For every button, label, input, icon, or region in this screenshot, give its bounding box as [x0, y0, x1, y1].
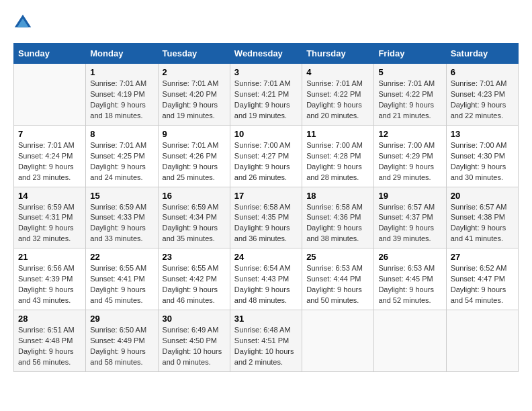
day-number: 24	[234, 252, 298, 262]
day-content: Sunrise: 6:51 AMSunset: 4:48 PMDaylight:…	[18, 325, 81, 368]
day-number: 10	[234, 129, 298, 139]
weekday-header: Sunday	[14, 44, 86, 64]
day-number: 7	[18, 129, 81, 139]
day-content: Sunrise: 6:59 AMSunset: 4:34 PMDaylight:…	[163, 202, 226, 245]
day-number: 1	[90, 67, 153, 77]
day-content: Sunrise: 6:49 AMSunset: 4:50 PMDaylight:…	[163, 325, 226, 368]
calendar-cell: 23Sunrise: 6:55 AMSunset: 4:42 PMDayligh…	[158, 248, 230, 310]
calendar-cell: 15Sunrise: 6:59 AMSunset: 4:33 PMDayligh…	[86, 187, 158, 248]
calendar-cell: 7Sunrise: 7:01 AMSunset: 4:24 PMDaylight…	[14, 125, 86, 187]
calendar-cell: 30Sunrise: 6:49 AMSunset: 4:50 PMDayligh…	[158, 310, 230, 372]
day-content: Sunrise: 7:01 AMSunset: 4:25 PMDaylight:…	[90, 140, 153, 183]
day-content: Sunrise: 7:01 AMSunset: 4:26 PMDaylight:…	[163, 140, 226, 183]
day-content: Sunrise: 7:00 AMSunset: 4:29 PMDaylight:…	[378, 140, 441, 183]
day-number: 14	[18, 191, 81, 201]
day-number: 29	[90, 314, 153, 324]
day-number: 17	[234, 191, 298, 201]
logo-icon	[13, 13, 32, 32]
page-header	[13, 13, 519, 32]
calendar-cell: 12Sunrise: 7:00 AMSunset: 4:29 PMDayligh…	[374, 125, 446, 187]
day-number: 4	[306, 67, 369, 77]
weekday-header: Saturday	[446, 44, 518, 64]
calendar-cell: 9Sunrise: 7:01 AMSunset: 4:26 PMDaylight…	[158, 125, 230, 187]
day-number: 21	[18, 252, 81, 262]
day-number: 11	[306, 129, 369, 139]
day-content: Sunrise: 6:52 AMSunset: 4:47 PMDaylight:…	[451, 263, 514, 306]
calendar-cell: 19Sunrise: 6:57 AMSunset: 4:37 PMDayligh…	[374, 187, 446, 248]
day-content: Sunrise: 7:01 AMSunset: 4:24 PMDaylight:…	[18, 140, 81, 183]
day-content: Sunrise: 6:55 AMSunset: 4:41 PMDaylight:…	[90, 263, 153, 306]
day-number: 3	[234, 67, 298, 77]
weekday-header: Thursday	[302, 44, 374, 64]
day-content: Sunrise: 7:01 AMSunset: 4:22 PMDaylight:…	[378, 79, 441, 122]
calendar-cell	[374, 310, 446, 372]
calendar-cell: 4Sunrise: 7:01 AMSunset: 4:22 PMDaylight…	[302, 64, 374, 126]
calendar-cell: 31Sunrise: 6:48 AMSunset: 4:51 PMDayligh…	[230, 310, 302, 372]
calendar-cell: 27Sunrise: 6:52 AMSunset: 4:47 PMDayligh…	[446, 248, 518, 310]
day-content: Sunrise: 7:01 AMSunset: 4:22 PMDaylight:…	[306, 79, 369, 122]
day-number: 15	[90, 191, 153, 201]
day-content: Sunrise: 7:00 AMSunset: 4:27 PMDaylight:…	[234, 140, 298, 183]
day-content: Sunrise: 7:01 AMSunset: 4:19 PMDaylight:…	[90, 79, 153, 122]
weekday-header: Monday	[86, 44, 158, 64]
calendar-cell: 8Sunrise: 7:01 AMSunset: 4:25 PMDaylight…	[86, 125, 158, 187]
calendar-cell: 1Sunrise: 7:01 AMSunset: 4:19 PMDaylight…	[86, 64, 158, 126]
day-number: 31	[234, 314, 298, 324]
day-content: Sunrise: 6:57 AMSunset: 4:37 PMDaylight:…	[378, 202, 441, 245]
weekday-header: Tuesday	[158, 44, 230, 64]
calendar-cell: 29Sunrise: 6:50 AMSunset: 4:49 PMDayligh…	[86, 310, 158, 372]
day-number: 18	[306, 191, 369, 201]
calendar-cell: 11Sunrise: 7:00 AMSunset: 4:28 PMDayligh…	[302, 125, 374, 187]
day-number: 20	[451, 191, 514, 201]
day-content: Sunrise: 6:58 AMSunset: 4:36 PMDaylight:…	[306, 202, 369, 245]
day-number: 30	[163, 314, 226, 324]
day-content: Sunrise: 7:01 AMSunset: 4:20 PMDaylight:…	[163, 79, 226, 122]
day-content: Sunrise: 7:00 AMSunset: 4:30 PMDaylight:…	[451, 140, 514, 183]
day-number: 12	[378, 129, 441, 139]
calendar-cell: 5Sunrise: 7:01 AMSunset: 4:22 PMDaylight…	[374, 64, 446, 126]
calendar-cell: 20Sunrise: 6:57 AMSunset: 4:38 PMDayligh…	[446, 187, 518, 248]
day-number: 2	[163, 67, 226, 77]
day-number: 23	[163, 252, 226, 262]
calendar-cell: 3Sunrise: 7:01 AMSunset: 4:21 PMDaylight…	[230, 64, 302, 126]
calendar-week-row: 14Sunrise: 6:59 AMSunset: 4:31 PMDayligh…	[14, 187, 519, 248]
calendar-cell: 17Sunrise: 6:58 AMSunset: 4:35 PMDayligh…	[230, 187, 302, 248]
day-number: 16	[163, 191, 226, 201]
day-content: Sunrise: 6:55 AMSunset: 4:42 PMDaylight:…	[163, 263, 226, 306]
day-content: Sunrise: 7:00 AMSunset: 4:28 PMDaylight:…	[306, 140, 369, 183]
calendar-cell: 6Sunrise: 7:01 AMSunset: 4:23 PMDaylight…	[446, 64, 518, 126]
day-number: 13	[451, 129, 514, 139]
day-content: Sunrise: 7:01 AMSunset: 4:23 PMDaylight:…	[451, 79, 514, 122]
calendar-week-row: 7Sunrise: 7:01 AMSunset: 4:24 PMDaylight…	[14, 125, 519, 187]
calendar-cell: 16Sunrise: 6:59 AMSunset: 4:34 PMDayligh…	[158, 187, 230, 248]
calendar-cell: 10Sunrise: 7:00 AMSunset: 4:27 PMDayligh…	[230, 125, 302, 187]
day-content: Sunrise: 6:57 AMSunset: 4:38 PMDaylight:…	[451, 202, 514, 245]
day-number: 26	[378, 252, 441, 262]
day-content: Sunrise: 6:54 AMSunset: 4:43 PMDaylight:…	[234, 263, 298, 306]
day-number: 28	[18, 314, 81, 324]
day-content: Sunrise: 6:59 AMSunset: 4:33 PMDaylight:…	[90, 202, 153, 245]
day-content: Sunrise: 6:59 AMSunset: 4:31 PMDaylight:…	[18, 202, 81, 245]
calendar-header-row: SundayMondayTuesdayWednesdayThursdayFrid…	[14, 44, 519, 64]
calendar-cell: 24Sunrise: 6:54 AMSunset: 4:43 PMDayligh…	[230, 248, 302, 310]
calendar-cell: 18Sunrise: 6:58 AMSunset: 4:36 PMDayligh…	[302, 187, 374, 248]
day-number: 6	[451, 67, 514, 77]
day-number: 25	[306, 252, 369, 262]
day-content: Sunrise: 6:48 AMSunset: 4:51 PMDaylight:…	[234, 325, 298, 368]
calendar-cell	[14, 64, 86, 126]
day-number: 5	[378, 67, 441, 77]
calendar-cell	[302, 310, 374, 372]
weekday-header: Wednesday	[230, 44, 302, 64]
day-number: 27	[451, 252, 514, 262]
day-content: Sunrise: 6:50 AMSunset: 4:49 PMDaylight:…	[90, 325, 153, 368]
day-number: 19	[378, 191, 441, 201]
calendar-cell: 26Sunrise: 6:53 AMSunset: 4:45 PMDayligh…	[374, 248, 446, 310]
day-content: Sunrise: 6:56 AMSunset: 4:39 PMDaylight:…	[18, 263, 81, 306]
calendar-cell: 22Sunrise: 6:55 AMSunset: 4:41 PMDayligh…	[86, 248, 158, 310]
calendar-cell: 25Sunrise: 6:53 AMSunset: 4:44 PMDayligh…	[302, 248, 374, 310]
day-number: 22	[90, 252, 153, 262]
calendar-cell: 21Sunrise: 6:56 AMSunset: 4:39 PMDayligh…	[14, 248, 86, 310]
weekday-header: Friday	[374, 44, 446, 64]
calendar-week-row: 28Sunrise: 6:51 AMSunset: 4:48 PMDayligh…	[14, 310, 519, 372]
calendar-cell: 13Sunrise: 7:00 AMSunset: 4:30 PMDayligh…	[446, 125, 518, 187]
